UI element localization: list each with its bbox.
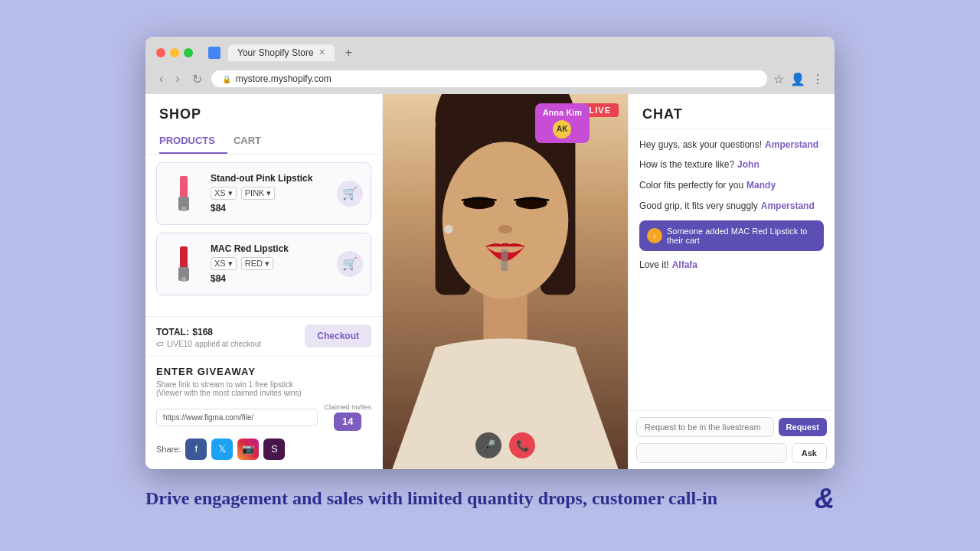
request-row: Request <box>636 417 827 437</box>
browser-actions: ☆ 👤 ⋮ <box>773 72 824 86</box>
product-price-1: $84 <box>211 203 329 214</box>
chat-message-2: Color fits perfectly for youMandy <box>639 179 824 192</box>
svg-rect-14 <box>501 249 508 271</box>
product-list: Stand-out Pink Lipstick XS ▾ PINK ▾ $84 … <box>145 155 382 316</box>
claimed-count: 14 <box>334 412 361 431</box>
url-text: mystore.myshopify.com <box>236 73 332 84</box>
bookmark-icon[interactable]: ☆ <box>773 72 784 86</box>
add-to-cart-btn-2[interactable]: 🛒 <box>337 251 363 277</box>
product-info-2: MAC Red Lipstick XS ▾ RED ▾ $84 <box>211 243 329 284</box>
svg-rect-0 <box>180 176 188 199</box>
refresh-button[interactable]: ↻ <box>189 70 205 88</box>
video-controls: 🎤 📞 <box>475 432 535 458</box>
chat-title: CHAT <box>629 94 835 129</box>
video-feed <box>383 94 628 469</box>
chat-username-1: John <box>737 159 760 170</box>
browser-dots <box>156 48 193 57</box>
tab-cart[interactable]: CART <box>234 129 273 154</box>
color-select-1[interactable]: PINK ▾ <box>241 187 276 200</box>
lock-icon: 🔒 <box>222 75 231 83</box>
product-image-2 <box>165 241 203 287</box>
back-button[interactable]: ‹ <box>156 70 166 87</box>
claimed-label: Claimed Invites <box>324 403 371 411</box>
mic-button[interactable]: 🎤 <box>475 432 501 458</box>
total-label: TOTAL: <box>156 327 189 337</box>
share-row: Share: f 𝕏 📷 S <box>156 439 371 460</box>
shop-panel: SHOP PRODUCTS CART Stand-out <box>145 94 383 469</box>
browser-favicon <box>208 47 220 59</box>
chat-username-0: Amperstand <box>765 139 818 150</box>
minimize-dot[interactable] <box>170 48 179 57</box>
chat-message-0: Hey guys, ask your questions!Amperstand <box>639 139 824 152</box>
giveaway-title: ENTER GIVEAWAY <box>156 366 371 377</box>
chat-message-1: How is the texture like?John <box>639 158 824 171</box>
cart-notification: › Someone added MAC Red Lipstick to thei… <box>639 220 824 251</box>
profile-icon[interactable]: 👤 <box>790 72 805 86</box>
checkout-button[interactable]: Checkout <box>305 324 371 347</box>
product-price-2: $84 <box>211 273 329 284</box>
new-tab-btn[interactable]: + <box>345 46 352 60</box>
tab-title: Your Shopify Store <box>237 47 314 58</box>
chat-username-4: Alfafa <box>672 259 697 270</box>
ask-button[interactable]: Ask <box>792 443 827 463</box>
chat-message-4: Love it!Alfafa <box>639 259 824 272</box>
close-dot[interactable] <box>156 48 165 57</box>
product-name-2: MAC Red Lipstick <box>211 243 329 254</box>
browser-window: Your Shopify Store ✕ + ‹ › ↻ 🔒 mystore.m… <box>145 37 835 469</box>
instagram-share-btn[interactable]: 📷 <box>237 439 259 460</box>
forward-button[interactable]: › <box>172 70 182 87</box>
product-name-1: Stand-out Pink Lipstick <box>211 173 329 184</box>
bottom-bar: Drive engagement and sales with limited … <box>145 483 835 515</box>
total-section: TOTAL: $168 🏷 LIVE10 applied at checkout… <box>145 316 382 356</box>
svg-rect-2 <box>181 207 186 211</box>
end-call-button[interactable]: 📞 <box>509 432 535 458</box>
chat-panel: CHAT Hey guys, ask your questions!Ampers… <box>628 94 835 469</box>
promo-icon: 🏷 <box>156 340 164 348</box>
product-options-2[interactable]: XS ▾ RED ▾ <box>211 257 329 270</box>
giveaway-section: ENTER GIVEAWAY Share link to stream to w… <box>145 356 382 469</box>
giveaway-link-row: Claimed Invites 14 <box>156 403 371 432</box>
product-image-1 <box>165 171 203 217</box>
promo-row: 🏷 LIVE10 applied at checkout <box>156 340 297 348</box>
host-avatar: AK <box>553 120 571 139</box>
chat-input-area: Request Ask <box>629 410 835 469</box>
tagline: Drive engagement and sales with limited … <box>145 488 717 509</box>
video-panel: LIVE Anna Kim AK 🎤 📞 <box>383 94 628 469</box>
maximize-dot[interactable] <box>184 48 193 57</box>
slack-share-btn[interactable]: S <box>263 439 285 460</box>
browser-content: SHOP PRODUCTS CART Stand-out <box>145 94 835 469</box>
facebook-share-btn[interactable]: f <box>185 439 207 460</box>
tab-close-btn[interactable]: ✕ <box>318 47 325 57</box>
request-button[interactable]: Request <box>779 418 827 436</box>
total-info: TOTAL: $168 🏷 LIVE10 applied at checkout <box>156 324 297 348</box>
ask-row: Ask <box>636 443 827 463</box>
claimed-invites-box: Claimed Invites 14 <box>324 403 371 432</box>
chat-message-3: Good grip, it fits very snugglyAmperstan… <box>639 200 824 213</box>
svg-point-10 <box>443 142 569 299</box>
product-item-2: MAC Red Lipstick XS ▾ RED ▾ $84 🛒 <box>156 233 371 295</box>
size-select-1[interactable]: XS ▾ <box>211 187 237 200</box>
anna-kim-badge: Anna Kim AK <box>535 103 590 143</box>
size-select-2[interactable]: XS ▾ <box>211 257 237 270</box>
twitter-share-btn[interactable]: 𝕏 <box>211 439 233 460</box>
ask-input[interactable] <box>636 443 787 463</box>
browser-tab[interactable]: Your Shopify Store ✕ <box>228 44 335 61</box>
request-input[interactable] <box>636 417 774 437</box>
chat-messages: Hey guys, ask your questions!Amperstand … <box>629 129 835 410</box>
chat-username-2: Mandy <box>746 180 776 191</box>
giveaway-link-input[interactable] <box>156 409 318 426</box>
product-options-1[interactable]: XS ▾ PINK ▾ <box>211 187 329 200</box>
chat-username-3: Amperstand <box>761 201 815 211</box>
product-info-1: Stand-out Pink Lipstick XS ▾ PINK ▾ $84 <box>211 173 329 214</box>
shop-title: SHOP <box>145 94 382 129</box>
address-bar[interactable]: 🔒 mystore.myshopify.com <box>211 70 767 87</box>
notification-icon: › <box>647 228 662 243</box>
svg-rect-3 <box>180 246 188 269</box>
giveaway-description: Share link to stream to win 1 free lipst… <box>156 380 371 397</box>
add-to-cart-btn-1[interactable]: 🛒 <box>337 181 363 207</box>
menu-icon[interactable]: ⋮ <box>812 72 824 86</box>
tab-products[interactable]: PRODUCTS <box>159 129 227 154</box>
color-select-2[interactable]: RED ▾ <box>241 257 273 270</box>
svg-rect-5 <box>181 277 186 282</box>
promo-text: applied at checkout <box>195 340 261 348</box>
